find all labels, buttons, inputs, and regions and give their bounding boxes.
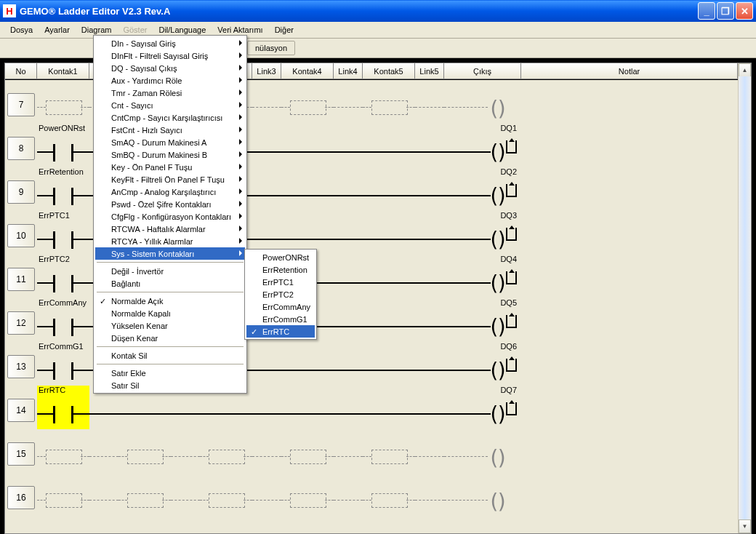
kontak-cell[interactable]: [281, 429, 334, 473]
context-menu-sys-submenu[interactable]: PowerONRstErrRetentionErrPTC1ErrPTC2ErrC…: [244, 249, 317, 340]
link-cell[interactable]: [415, 473, 444, 517]
link-cell[interactable]: [334, 429, 363, 473]
menu-item[interactable]: AnCmp - Analog Karşılaştırıcı: [95, 186, 245, 198]
menu-item[interactable]: ErrRetention: [246, 263, 315, 276]
kontak-cell[interactable]: [363, 473, 415, 517]
menu-item[interactable]: SmAQ - Durum Makinesi A: [95, 136, 245, 148]
kontak-cell[interactable]: [363, 429, 415, 473]
menu-item[interactable]: Aux - Yardımcı Röle: [95, 74, 245, 87]
kontak-cell[interactable]: [363, 255, 415, 298]
menu-dier[interactable]: Diğer: [269, 23, 299, 36]
notlar-cell[interactable]: [521, 298, 751, 342]
close-button[interactable]: ✕: [736, 2, 753, 20]
menu-item[interactable]: KeyFlt - Filtreli Ön Panel F Tuşu: [95, 173, 245, 186]
col-cikis[interactable]: Çıkış: [444, 63, 521, 79]
menu-dosya[interactable]: Dosya: [4, 23, 39, 36]
menu-item[interactable]: SmBQ - Durum Makinesi B: [95, 148, 245, 161]
link-cell[interactable]: [252, 211, 281, 255]
notlar-cell[interactable]: [521, 386, 751, 429]
kontak1-cell[interactable]: PowerONRst: [37, 124, 89, 167]
col-link5[interactable]: Link5: [415, 63, 444, 79]
col-kontak5[interactable]: Kontak5: [363, 63, 415, 79]
ladder-row[interactable]: 16: [5, 473, 751, 517]
output-cell[interactable]: [444, 473, 521, 517]
notlar-cell[interactable]: [521, 429, 751, 473]
link-cell[interactable]: [334, 255, 363, 298]
kontak1-cell[interactable]: ErrCommAny: [37, 298, 89, 342]
link-cell[interactable]: [415, 298, 444, 342]
scroll-thumb[interactable]: [739, 76, 751, 520]
menu-item[interactable]: RTCYA - Yıllık Alarmlar: [95, 235, 245, 247]
menu-item[interactable]: DInFlt - Filtreli Sayısal Giriş: [95, 49, 245, 62]
output-cell[interactable]: DQ5: [444, 298, 521, 342]
menu-item[interactable]: ✓Normalde Açık: [95, 295, 245, 307]
link-cell[interactable]: [89, 473, 118, 517]
col-notlar[interactable]: Notlar: [521, 63, 738, 79]
kontak-cell[interactable]: [200, 473, 252, 517]
output-cell[interactable]: DQ2: [444, 167, 521, 211]
link-cell[interactable]: [334, 386, 363, 429]
menu-item[interactable]: ErrPTC1: [246, 276, 315, 288]
scroll-down-button[interactable]: ▼: [739, 519, 751, 533]
menu-item[interactable]: CfgFlg - Konfigürasyon Kontakları: [95, 210, 245, 223]
link-cell[interactable]: [252, 473, 281, 517]
menu-item[interactable]: ErrPTC2: [246, 288, 315, 300]
kontak-cell[interactable]: [281, 211, 334, 255]
link-cell[interactable]: [415, 211, 444, 255]
maximize-button[interactable]: ❐: [717, 2, 734, 20]
menu-item[interactable]: Satır Sil: [95, 379, 245, 391]
menu-item[interactable]: RTCWA - Haftalık Alarmlar: [95, 223, 245, 235]
link-cell[interactable]: [334, 211, 363, 255]
menu-item[interactable]: FstCnt - Hızlı Sayıcı: [95, 124, 245, 136]
link-cell[interactable]: [89, 429, 118, 473]
output-cell[interactable]: [444, 429, 521, 473]
output-cell[interactable]: [444, 80, 521, 124]
col-no[interactable]: No: [5, 63, 37, 79]
output-cell[interactable]: DQ4: [444, 255, 521, 298]
output-cell[interactable]: DQ6: [444, 342, 521, 386]
kontak-cell[interactable]: [281, 80, 334, 124]
link-cell[interactable]: [334, 167, 363, 211]
context-menu-main[interactable]: DIn - Sayısal GirişDInFlt - Filtreli Say…: [93, 35, 247, 394]
link-cell[interactable]: [334, 80, 363, 124]
link-cell[interactable]: [252, 386, 281, 429]
menu-item[interactable]: Sys - Sistem Kontakları: [95, 247, 245, 260]
link-cell[interactable]: [415, 80, 444, 124]
link-cell[interactable]: [415, 386, 444, 429]
kontak-cell[interactable]: [363, 124, 415, 167]
menu-item[interactable]: ErrCommG1: [246, 313, 315, 325]
link-cell[interactable]: [415, 429, 444, 473]
col-link4[interactable]: Link4: [334, 63, 363, 79]
link-cell[interactable]: [252, 429, 281, 473]
col-link3[interactable]: Link3: [252, 63, 281, 79]
link-cell[interactable]: [415, 255, 444, 298]
kontak-cell[interactable]: [363, 386, 415, 429]
menu-item[interactable]: ✓ErrRTC: [246, 325, 315, 338]
link-cell[interactable]: [252, 342, 281, 386]
notlar-cell[interactable]: [521, 211, 751, 255]
link-cell[interactable]: [334, 298, 363, 342]
kontak-cell[interactable]: [363, 211, 415, 255]
kontak1-cell[interactable]: ErrCommG1: [37, 342, 89, 386]
menu-ayarlar[interactable]: Ayarlar: [39, 23, 76, 36]
notlar-cell[interactable]: [521, 124, 751, 167]
scroll-up-button[interactable]: ▲: [739, 63, 751, 77]
col-kontak4[interactable]: Kontak4: [281, 63, 334, 79]
notlar-cell[interactable]: [521, 342, 751, 386]
link-cell[interactable]: [252, 167, 281, 211]
kontak1-cell[interactable]: [37, 80, 89, 124]
kontak1-cell[interactable]: ErrRTC: [37, 386, 89, 429]
kontak-cell[interactable]: [363, 80, 415, 124]
kontak-cell[interactable]: [200, 429, 252, 473]
menu-item[interactable]: Cnt - Sayıcı: [95, 99, 245, 111]
menu-item[interactable]: Değil - İnvertör: [95, 265, 245, 277]
menu-item[interactable]: Normalde Kapalı: [95, 307, 245, 319]
kontak-cell[interactable]: [281, 386, 334, 429]
kontak-cell[interactable]: [281, 124, 334, 167]
menu-item[interactable]: Yükselen Kenar: [95, 319, 245, 332]
notlar-cell[interactable]: [521, 167, 751, 211]
simulation-button[interactable]: nülasyon: [247, 41, 295, 55]
minimize-button[interactable]: _: [698, 2, 715, 20]
notlar-cell[interactable]: [521, 255, 751, 298]
notlar-cell[interactable]: [521, 473, 751, 517]
